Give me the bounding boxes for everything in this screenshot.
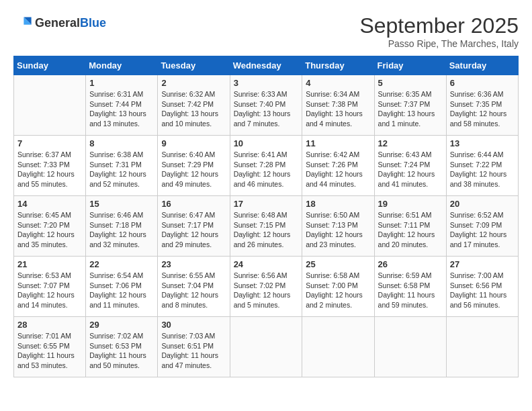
calendar-cell: 23Sunrise: 6:55 AM Sunset: 7:04 PM Dayli… (158, 257, 230, 317)
day-detail: Sunrise: 6:46 AM Sunset: 7:18 PM Dayligh… (89, 210, 154, 250)
day-detail: Sunrise: 6:43 AM Sunset: 7:24 PM Dayligh… (378, 150, 443, 189)
day-number: 6 (450, 78, 515, 88)
calendar-cell: 15Sunrise: 6:46 AM Sunset: 7:18 PM Dayli… (86, 196, 158, 257)
day-detail: Sunrise: 7:03 AM Sunset: 6:51 PM Dayligh… (161, 331, 226, 371)
day-detail: Sunrise: 6:35 AM Sunset: 7:37 PM Dayligh… (378, 89, 443, 129)
day-number: 23 (161, 259, 226, 269)
calendar-cell: 30Sunrise: 7:03 AM Sunset: 6:51 PM Dayli… (158, 317, 230, 377)
calendar-cell: 8Sunrise: 6:38 AM Sunset: 7:31 PM Daylig… (86, 136, 158, 196)
weekday-header-row: SundayMondayTuesdayWednesdayThursdayFrid… (14, 56, 519, 75)
day-detail: Sunrise: 6:33 AM Sunset: 7:40 PM Dayligh… (234, 89, 299, 129)
calendar-cell: 12Sunrise: 6:43 AM Sunset: 7:24 PM Dayli… (374, 136, 446, 196)
day-number: 27 (450, 259, 515, 269)
day-number: 28 (17, 320, 82, 330)
day-detail: Sunrise: 6:59 AM Sunset: 6:58 PM Dayligh… (378, 271, 443, 310)
day-number: 22 (89, 259, 154, 269)
day-detail: Sunrise: 6:42 AM Sunset: 7:26 PM Dayligh… (306, 150, 370, 189)
day-detail: Sunrise: 6:32 AM Sunset: 7:42 PM Dayligh… (161, 89, 226, 129)
day-number: 7 (17, 138, 82, 148)
calendar-cell: 2Sunrise: 6:32 AM Sunset: 7:42 PM Daylig… (158, 75, 230, 136)
calendar-week-row: 28Sunrise: 7:01 AM Sunset: 6:55 PM Dayli… (14, 317, 519, 377)
day-number: 17 (234, 199, 299, 209)
day-number: 2 (161, 78, 226, 88)
day-detail: Sunrise: 7:00 AM Sunset: 6:56 PM Dayligh… (450, 271, 515, 310)
calendar-week-row: 21Sunrise: 6:53 AM Sunset: 7:07 PM Dayli… (14, 257, 519, 317)
logo-icon (13, 13, 32, 32)
day-number: 13 (450, 138, 515, 148)
weekday-header: Monday (86, 56, 158, 75)
day-detail: Sunrise: 6:41 AM Sunset: 7:28 PM Dayligh… (234, 150, 299, 189)
day-number: 29 (89, 320, 154, 330)
day-detail: Sunrise: 6:45 AM Sunset: 7:20 PM Dayligh… (17, 210, 82, 250)
calendar-cell: 24Sunrise: 6:56 AM Sunset: 7:02 PM Dayli… (230, 257, 302, 317)
calendar-cell: 25Sunrise: 6:58 AM Sunset: 7:00 PM Dayli… (302, 257, 374, 317)
calendar-cell: 3Sunrise: 6:33 AM Sunset: 7:40 PM Daylig… (230, 75, 302, 136)
calendar-cell: 17Sunrise: 6:48 AM Sunset: 7:15 PM Dayli… (230, 196, 302, 257)
calendar-cell (14, 75, 86, 136)
day-number: 24 (234, 259, 299, 269)
calendar-cell (446, 317, 518, 377)
calendar-week-row: 14Sunrise: 6:45 AM Sunset: 7:20 PM Dayli… (14, 196, 519, 257)
calendar-cell: 10Sunrise: 6:41 AM Sunset: 7:28 PM Dayli… (230, 136, 302, 196)
weekday-header: Saturday (446, 56, 518, 75)
day-detail: Sunrise: 6:50 AM Sunset: 7:13 PM Dayligh… (306, 210, 370, 250)
calendar-week-row: 7Sunrise: 6:37 AM Sunset: 7:33 PM Daylig… (14, 136, 519, 196)
title-area: September 2025 Passo Ripe, The Marches, … (359, 13, 519, 49)
calendar-cell: 13Sunrise: 6:44 AM Sunset: 7:22 PM Dayli… (446, 136, 518, 196)
day-detail: Sunrise: 6:56 AM Sunset: 7:02 PM Dayligh… (234, 271, 299, 310)
calendar-table: SundayMondayTuesdayWednesdayThursdayFrid… (13, 56, 519, 377)
day-detail: Sunrise: 7:02 AM Sunset: 6:53 PM Dayligh… (89, 331, 154, 371)
day-detail: Sunrise: 6:54 AM Sunset: 7:06 PM Dayligh… (89, 271, 154, 310)
month-title: September 2025 (359, 13, 519, 38)
calendar-cell: 19Sunrise: 6:51 AM Sunset: 7:11 PM Dayli… (374, 196, 446, 257)
calendar-cell: 9Sunrise: 6:40 AM Sunset: 7:29 PM Daylig… (158, 136, 230, 196)
weekday-header: Thursday (302, 56, 374, 75)
day-detail: Sunrise: 6:52 AM Sunset: 7:09 PM Dayligh… (450, 210, 515, 250)
logo: GeneralBlue (13, 13, 106, 32)
logo-text: GeneralBlue (35, 16, 106, 30)
day-number: 4 (306, 78, 370, 88)
day-detail: Sunrise: 6:40 AM Sunset: 7:29 PM Dayligh… (161, 150, 226, 189)
day-detail: Sunrise: 6:37 AM Sunset: 7:33 PM Dayligh… (17, 150, 82, 189)
day-detail: Sunrise: 6:58 AM Sunset: 7:00 PM Dayligh… (306, 271, 370, 310)
day-detail: Sunrise: 6:47 AM Sunset: 7:17 PM Dayligh… (161, 210, 226, 250)
day-detail: Sunrise: 6:44 AM Sunset: 7:22 PM Dayligh… (450, 150, 515, 189)
calendar-cell: 26Sunrise: 6:59 AM Sunset: 6:58 PM Dayli… (374, 257, 446, 317)
day-detail: Sunrise: 6:48 AM Sunset: 7:15 PM Dayligh… (234, 210, 299, 250)
weekday-header: Friday (374, 56, 446, 75)
calendar-cell: 16Sunrise: 6:47 AM Sunset: 7:17 PM Dayli… (158, 196, 230, 257)
day-number: 3 (234, 78, 299, 88)
day-number: 12 (378, 138, 443, 148)
calendar-cell: 29Sunrise: 7:02 AM Sunset: 6:53 PM Dayli… (86, 317, 158, 377)
day-number: 21 (17, 259, 82, 269)
day-number: 1 (89, 78, 154, 88)
day-detail: Sunrise: 6:51 AM Sunset: 7:11 PM Dayligh… (378, 210, 443, 250)
calendar-week-row: 1Sunrise: 6:31 AM Sunset: 7:44 PM Daylig… (14, 75, 519, 136)
day-number: 11 (306, 138, 370, 148)
calendar-cell: 14Sunrise: 6:45 AM Sunset: 7:20 PM Dayli… (14, 196, 86, 257)
calendar-cell: 18Sunrise: 6:50 AM Sunset: 7:13 PM Dayli… (302, 196, 374, 257)
calendar-cell: 27Sunrise: 7:00 AM Sunset: 6:56 PM Dayli… (446, 257, 518, 317)
day-detail: Sunrise: 6:31 AM Sunset: 7:44 PM Dayligh… (89, 89, 154, 129)
calendar-cell: 22Sunrise: 6:54 AM Sunset: 7:06 PM Dayli… (86, 257, 158, 317)
logo-general: General (35, 16, 80, 30)
logo-blue: Blue (80, 16, 106, 30)
day-detail: Sunrise: 7:01 AM Sunset: 6:55 PM Dayligh… (17, 331, 82, 371)
day-detail: Sunrise: 6:55 AM Sunset: 7:04 PM Dayligh… (161, 271, 226, 310)
day-detail: Sunrise: 6:53 AM Sunset: 7:07 PM Dayligh… (17, 271, 82, 310)
day-number: 20 (450, 199, 515, 209)
weekday-header: Tuesday (158, 56, 230, 75)
day-number: 9 (161, 138, 226, 148)
weekday-header: Wednesday (230, 56, 302, 75)
calendar-cell: 20Sunrise: 6:52 AM Sunset: 7:09 PM Dayli… (446, 196, 518, 257)
day-number: 16 (161, 199, 226, 209)
calendar-cell: 4Sunrise: 6:34 AM Sunset: 7:38 PM Daylig… (302, 75, 374, 136)
day-detail: Sunrise: 6:34 AM Sunset: 7:38 PM Dayligh… (306, 89, 370, 129)
day-number: 8 (89, 138, 154, 148)
weekday-header: Sunday (14, 56, 86, 75)
calendar-cell: 28Sunrise: 7:01 AM Sunset: 6:55 PM Dayli… (14, 317, 86, 377)
page-header: GeneralBlue September 2025 Passo Ripe, T… (13, 13, 519, 49)
calendar-cell: 6Sunrise: 6:36 AM Sunset: 7:35 PM Daylig… (446, 75, 518, 136)
calendar-cell: 7Sunrise: 6:37 AM Sunset: 7:33 PM Daylig… (14, 136, 86, 196)
calendar-cell: 11Sunrise: 6:42 AM Sunset: 7:26 PM Dayli… (302, 136, 374, 196)
